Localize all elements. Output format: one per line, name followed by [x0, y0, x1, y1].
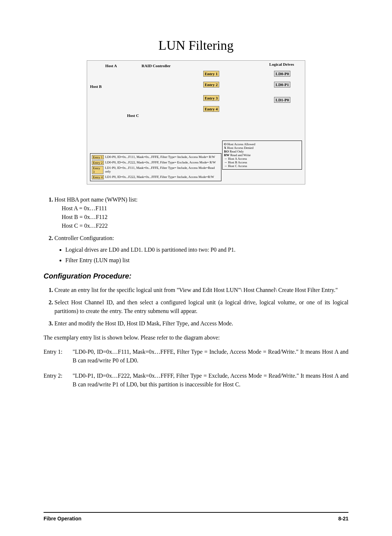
host-c-wwpn: Host C = 0x…F222	[62, 222, 348, 230]
procedure-heading: Configuration Procedure:	[44, 272, 348, 280]
list-item: Host HBA port name (WWPN) list: Host A =…	[54, 195, 348, 230]
config-sub-a: Logical drives are LD0 and LD1. LD0 is p…	[65, 245, 348, 254]
diagram-logical-drives-label: Logical Drives	[269, 62, 294, 66]
diagram-entry2: Entry 2	[203, 82, 219, 88]
entry-2: Entry 2: "LD0-P1, ID=0x…F222, Mask=0x…FF…	[44, 371, 348, 389]
entry-2-label: Entry 2:	[44, 371, 73, 389]
diagram-host-a-label: Host A	[105, 64, 117, 68]
legend-host-b: Host B Access	[228, 161, 247, 164]
host-a-wwpn: Host A = 0x…F111	[62, 204, 348, 213]
entry-1-label: Entry 1:	[44, 348, 73, 365]
legend-host-a: Host A Access	[228, 157, 247, 161]
info-list: Host HBA port name (WWPN) list: Host A =…	[44, 195, 348, 265]
diagram-entry1: Entry 1	[203, 71, 219, 77]
footer-right: 8-21	[338, 516, 348, 521]
example-intro: The exemplary entry list is shown below.…	[44, 333, 348, 342]
diagram-entry4-text: LD1-P0, ID=0x...F222, Mask=0x...FFFF, Fi…	[105, 175, 214, 179]
diagram-entry2-row-label: Entry 2	[92, 161, 104, 165]
diagram-host-b-label: Host B	[90, 84, 102, 89]
diagram-entry3-row-label: Entry 3	[92, 166, 103, 174]
diagram-ld1p0: LD1-P0	[274, 97, 290, 103]
legend-rw: Read and Write	[230, 153, 250, 157]
diagram-entry3: Entry 3	[203, 95, 219, 101]
diagram-entry4: Entry 4	[203, 106, 219, 112]
legend-allowed: Host Access Allowed	[227, 142, 255, 146]
footer-left: Fibre Operation	[44, 516, 81, 521]
diagram-entry4-row-label: Entry 4	[92, 175, 104, 179]
list-item-text: Controller Configuration:	[54, 235, 114, 241]
procedure-step-2: Select Host Channel ID, and then select …	[54, 298, 348, 316]
config-sub-b: Filter Entry (LUN map) list	[65, 256, 348, 265]
diagram-entry2-text: LD0-P0, ID=0x...F222, Mask=0x...FFFF, Fi…	[105, 161, 216, 165]
entry-1-desc: "LD0-P0, ID=0x…F111, Mask=0x…FFFE, Filte…	[73, 348, 348, 365]
diagram-entry3-text: LD1-P0, ID=0x...F111, Mask=0x...FFFE, Fi…	[105, 166, 220, 174]
diagram-ld0p0: LD0-P0	[274, 71, 290, 77]
diagram-raid-label: RAID Controller	[142, 64, 171, 68]
legend-host-c: Host C Access	[228, 164, 247, 168]
list-item: Controller Configuration: Logical drives…	[54, 234, 348, 265]
page-title: LUN Filtering	[44, 38, 348, 53]
list-item-text: Host HBA port name (WWPN) list:	[54, 196, 138, 203]
entry-2-desc: "LD0-P1, ID=0x…F222, Mask=0x…FFFF, Filte…	[73, 371, 348, 389]
entry-1: Entry 1: "LD0-P0, ID=0x…F111, Mask=0x…FF…	[44, 348, 348, 365]
diagram-entry1-row-label: Entry 1	[92, 155, 104, 159]
procedure-step-3: Enter and modify the Host ID, Host ID Ma…	[54, 319, 348, 328]
procedure-list: Create an entry list for the specific lo…	[44, 286, 348, 328]
diagram-ld0p1: LD0-P1	[274, 82, 290, 88]
legend-denied: Host Access Denied	[227, 146, 253, 150]
diagram-entry1-text: LD0-P0, ID=0x...F111, Mask=0x...FFFE, Fi…	[105, 155, 215, 159]
procedure-step-1: Create an entry list for the specific lo…	[54, 286, 348, 295]
page-footer: Fibre Operation 8-21	[44, 512, 348, 521]
legend-ro: Read Only	[230, 150, 244, 153]
diagram-host-c-label: Host C	[127, 113, 139, 118]
host-b-wwpn: Host B = 0x…F112	[62, 213, 348, 222]
lun-filtering-diagram: Host A RAID Controller Logical Drives Ho…	[87, 60, 305, 184]
